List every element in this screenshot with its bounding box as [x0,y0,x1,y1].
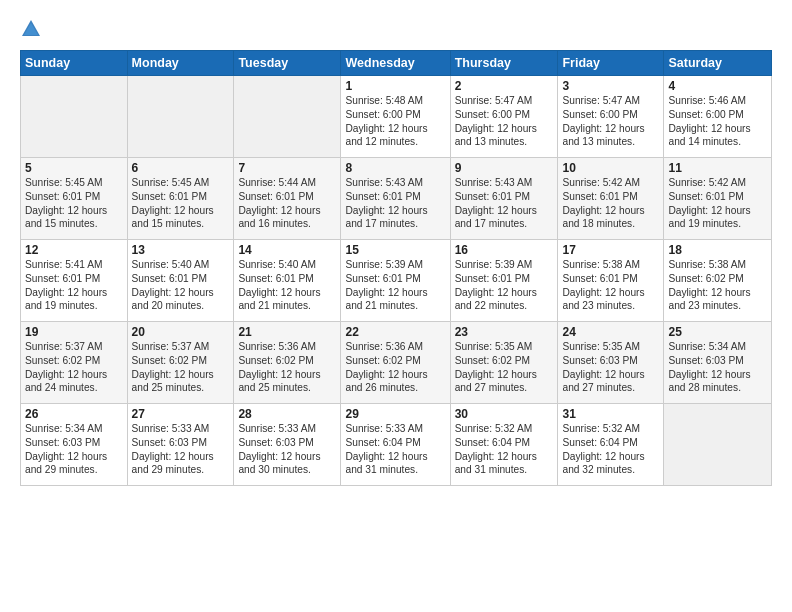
cell-info: Sunrise: 5:47 AM Sunset: 6:00 PM Dayligh… [455,94,554,149]
calendar-cell: 26Sunrise: 5:34 AM Sunset: 6:03 PM Dayli… [21,404,128,486]
cell-info: Sunrise: 5:48 AM Sunset: 6:00 PM Dayligh… [345,94,445,149]
cell-info: Sunrise: 5:40 AM Sunset: 6:01 PM Dayligh… [132,258,230,313]
day-number: 9 [455,161,554,175]
day-number: 30 [455,407,554,421]
calendar-day-header: Tuesday [234,51,341,76]
calendar-cell: 31Sunrise: 5:32 AM Sunset: 6:04 PM Dayli… [558,404,664,486]
calendar-cell: 30Sunrise: 5:32 AM Sunset: 6:04 PM Dayli… [450,404,558,486]
cell-info: Sunrise: 5:45 AM Sunset: 6:01 PM Dayligh… [132,176,230,231]
day-number: 20 [132,325,230,339]
cell-info: Sunrise: 5:35 AM Sunset: 6:02 PM Dayligh… [455,340,554,395]
cell-info: Sunrise: 5:42 AM Sunset: 6:01 PM Dayligh… [562,176,659,231]
cell-info: Sunrise: 5:38 AM Sunset: 6:02 PM Dayligh… [668,258,767,313]
day-number: 24 [562,325,659,339]
logo [20,18,46,40]
day-number: 7 [238,161,336,175]
calendar-cell [234,76,341,158]
day-number: 8 [345,161,445,175]
calendar-cell: 28Sunrise: 5:33 AM Sunset: 6:03 PM Dayli… [234,404,341,486]
cell-info: Sunrise: 5:36 AM Sunset: 6:02 PM Dayligh… [238,340,336,395]
calendar-cell: 29Sunrise: 5:33 AM Sunset: 6:04 PM Dayli… [341,404,450,486]
cell-info: Sunrise: 5:41 AM Sunset: 6:01 PM Dayligh… [25,258,123,313]
cell-info: Sunrise: 5:35 AM Sunset: 6:03 PM Dayligh… [562,340,659,395]
cell-info: Sunrise: 5:34 AM Sunset: 6:03 PM Dayligh… [25,422,123,477]
cell-info: Sunrise: 5:40 AM Sunset: 6:01 PM Dayligh… [238,258,336,313]
calendar-cell: 24Sunrise: 5:35 AM Sunset: 6:03 PM Dayli… [558,322,664,404]
day-number: 2 [455,79,554,93]
calendar-cell: 3Sunrise: 5:47 AM Sunset: 6:00 PM Daylig… [558,76,664,158]
cell-info: Sunrise: 5:38 AM Sunset: 6:01 PM Dayligh… [562,258,659,313]
cell-info: Sunrise: 5:43 AM Sunset: 6:01 PM Dayligh… [345,176,445,231]
calendar-cell: 15Sunrise: 5:39 AM Sunset: 6:01 PM Dayli… [341,240,450,322]
cell-info: Sunrise: 5:42 AM Sunset: 6:01 PM Dayligh… [668,176,767,231]
calendar-cell: 12Sunrise: 5:41 AM Sunset: 6:01 PM Dayli… [21,240,128,322]
cell-info: Sunrise: 5:44 AM Sunset: 6:01 PM Dayligh… [238,176,336,231]
calendar-week-row: 1Sunrise: 5:48 AM Sunset: 6:00 PM Daylig… [21,76,772,158]
calendar-cell: 13Sunrise: 5:40 AM Sunset: 6:01 PM Dayli… [127,240,234,322]
calendar-day-header: Wednesday [341,51,450,76]
cell-info: Sunrise: 5:33 AM Sunset: 6:04 PM Dayligh… [345,422,445,477]
day-number: 31 [562,407,659,421]
cell-info: Sunrise: 5:46 AM Sunset: 6:00 PM Dayligh… [668,94,767,149]
calendar-day-header: Monday [127,51,234,76]
day-number: 25 [668,325,767,339]
calendar-week-row: 26Sunrise: 5:34 AM Sunset: 6:03 PM Dayli… [21,404,772,486]
day-number: 28 [238,407,336,421]
cell-info: Sunrise: 5:39 AM Sunset: 6:01 PM Dayligh… [345,258,445,313]
day-number: 17 [562,243,659,257]
day-number: 26 [25,407,123,421]
calendar-week-row: 12Sunrise: 5:41 AM Sunset: 6:01 PM Dayli… [21,240,772,322]
calendar-cell: 7Sunrise: 5:44 AM Sunset: 6:01 PM Daylig… [234,158,341,240]
day-number: 12 [25,243,123,257]
day-number: 21 [238,325,336,339]
calendar-cell: 21Sunrise: 5:36 AM Sunset: 6:02 PM Dayli… [234,322,341,404]
day-number: 11 [668,161,767,175]
calendar-cell [21,76,128,158]
cell-info: Sunrise: 5:39 AM Sunset: 6:01 PM Dayligh… [455,258,554,313]
day-number: 5 [25,161,123,175]
cell-info: Sunrise: 5:43 AM Sunset: 6:01 PM Dayligh… [455,176,554,231]
calendar-cell: 20Sunrise: 5:37 AM Sunset: 6:02 PM Dayli… [127,322,234,404]
calendar-day-header: Thursday [450,51,558,76]
cell-info: Sunrise: 5:37 AM Sunset: 6:02 PM Dayligh… [25,340,123,395]
calendar-cell [127,76,234,158]
cell-info: Sunrise: 5:32 AM Sunset: 6:04 PM Dayligh… [562,422,659,477]
logo-icon [20,18,42,40]
calendar-day-header: Friday [558,51,664,76]
calendar-cell: 25Sunrise: 5:34 AM Sunset: 6:03 PM Dayli… [664,322,772,404]
calendar-cell: 23Sunrise: 5:35 AM Sunset: 6:02 PM Dayli… [450,322,558,404]
cell-info: Sunrise: 5:45 AM Sunset: 6:01 PM Dayligh… [25,176,123,231]
cell-info: Sunrise: 5:47 AM Sunset: 6:00 PM Dayligh… [562,94,659,149]
calendar-cell: 8Sunrise: 5:43 AM Sunset: 6:01 PM Daylig… [341,158,450,240]
calendar: SundayMondayTuesdayWednesdayThursdayFrid… [20,50,772,486]
calendar-week-row: 5Sunrise: 5:45 AM Sunset: 6:01 PM Daylig… [21,158,772,240]
calendar-cell: 4Sunrise: 5:46 AM Sunset: 6:00 PM Daylig… [664,76,772,158]
day-number: 19 [25,325,123,339]
day-number: 18 [668,243,767,257]
day-number: 14 [238,243,336,257]
calendar-cell: 27Sunrise: 5:33 AM Sunset: 6:03 PM Dayli… [127,404,234,486]
calendar-cell: 9Sunrise: 5:43 AM Sunset: 6:01 PM Daylig… [450,158,558,240]
page: SundayMondayTuesdayWednesdayThursdayFrid… [0,0,792,612]
calendar-cell: 5Sunrise: 5:45 AM Sunset: 6:01 PM Daylig… [21,158,128,240]
cell-info: Sunrise: 5:32 AM Sunset: 6:04 PM Dayligh… [455,422,554,477]
header [20,18,772,40]
calendar-cell: 16Sunrise: 5:39 AM Sunset: 6:01 PM Dayli… [450,240,558,322]
cell-info: Sunrise: 5:37 AM Sunset: 6:02 PM Dayligh… [132,340,230,395]
day-number: 29 [345,407,445,421]
day-number: 1 [345,79,445,93]
day-number: 16 [455,243,554,257]
calendar-day-header: Saturday [664,51,772,76]
calendar-cell: 10Sunrise: 5:42 AM Sunset: 6:01 PM Dayli… [558,158,664,240]
day-number: 15 [345,243,445,257]
calendar-week-row: 19Sunrise: 5:37 AM Sunset: 6:02 PM Dayli… [21,322,772,404]
calendar-cell: 11Sunrise: 5:42 AM Sunset: 6:01 PM Dayli… [664,158,772,240]
day-number: 13 [132,243,230,257]
day-number: 10 [562,161,659,175]
day-number: 3 [562,79,659,93]
cell-info: Sunrise: 5:36 AM Sunset: 6:02 PM Dayligh… [345,340,445,395]
calendar-day-header: Sunday [21,51,128,76]
calendar-cell [664,404,772,486]
day-number: 23 [455,325,554,339]
calendar-cell: 22Sunrise: 5:36 AM Sunset: 6:02 PM Dayli… [341,322,450,404]
